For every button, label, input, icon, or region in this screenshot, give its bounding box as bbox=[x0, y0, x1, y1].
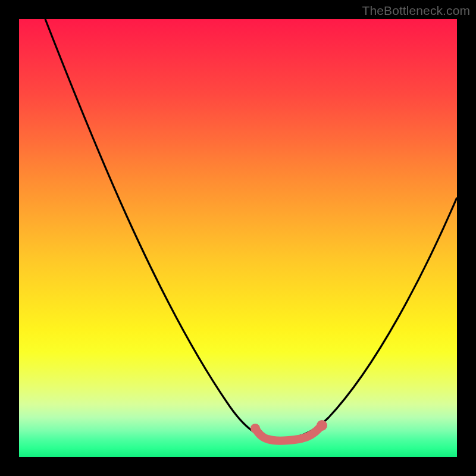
optimal-flat-region bbox=[255, 428, 320, 441]
watermark-text: TheBottleneck.com bbox=[362, 4, 470, 18]
outer-frame: TheBottleneck.com bbox=[0, 0, 476, 476]
chart-svg bbox=[19, 19, 457, 457]
bottleneck-curve bbox=[45, 19, 457, 439]
flat-region-start-dot bbox=[250, 424, 260, 433]
plot-area bbox=[19, 19, 457, 457]
flat-region-end-dot bbox=[317, 420, 327, 431]
